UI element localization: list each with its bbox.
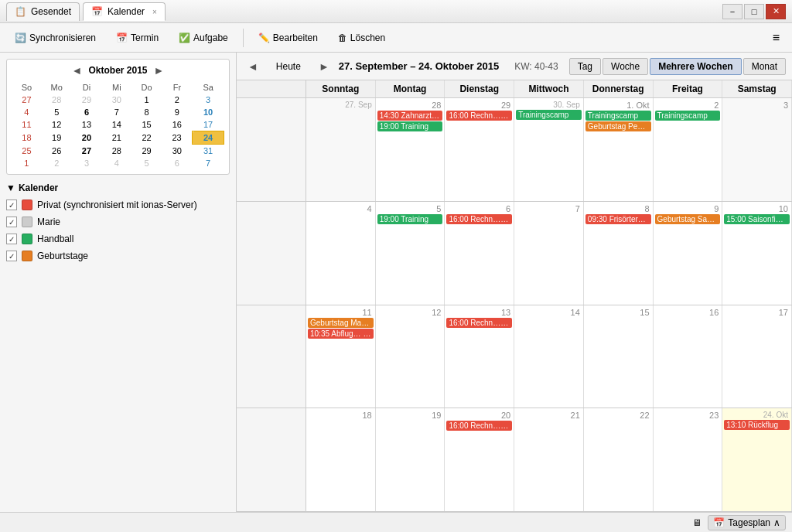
- mini-cal-day[interactable]: 7: [193, 157, 224, 169]
- mini-cal-day[interactable]: 9: [162, 106, 193, 118]
- mini-cal-day[interactable]: 17: [193, 118, 224, 131]
- mini-cal-day[interactable]: 12: [42, 118, 72, 131]
- calendar-day-cell[interactable]: 16: [654, 305, 723, 408]
- mini-cal-day[interactable]: 24: [193, 131, 224, 145]
- calendar-day-cell[interactable]: 1015:00 Saisonfin…: [722, 202, 792, 305]
- mini-cal-day[interactable]: 7: [101, 106, 131, 118]
- calendar-list-item[interactable]: Privat (synchronisiert mit ionas-Server): [6, 198, 230, 212]
- calendar-checkbox[interactable]: [6, 217, 17, 227]
- mini-cal-day[interactable]: 23: [162, 131, 193, 145]
- calendar-event[interactable]: Geburtstag Pe…: [585, 121, 651, 131]
- calendar-checkbox[interactable]: [6, 234, 17, 244]
- mini-cal-day[interactable]: 15: [131, 118, 162, 131]
- mini-cal-day[interactable]: 18: [12, 131, 42, 145]
- mini-cal-day[interactable]: 20: [72, 131, 102, 145]
- tagesplan-button[interactable]: 📅 Tagesplan ∧: [708, 515, 786, 530]
- mini-cal-day[interactable]: 27: [12, 94, 42, 106]
- calendar-day-cell[interactable]: 11Geburtstag Ma…10:35 Abflug… 🔔: [306, 305, 376, 408]
- mini-cal-day[interactable]: 29: [131, 145, 162, 158]
- mini-cal-day[interactable]: 22: [131, 131, 162, 145]
- view-button-monat[interactable]: Monat: [743, 58, 786, 75]
- calendar-event[interactable]: 19:00 Training: [377, 121, 443, 131]
- mini-cal-day[interactable]: 6: [72, 106, 102, 118]
- aufgabe-button[interactable]: ✅ Aufgabe: [170, 29, 237, 47]
- calendar-event[interactable]: 16:00 Rechn… 🔔: [446, 318, 512, 328]
- hamburger-menu-button[interactable]: ≡: [766, 28, 786, 48]
- calendar-day-cell[interactable]: 3: [722, 98, 792, 201]
- mini-cal-day[interactable]: 14: [101, 118, 131, 131]
- calendar-day-cell[interactable]: 15: [584, 305, 654, 408]
- calendar-checkbox[interactable]: [6, 200, 17, 210]
- mini-cal-day[interactable]: 5: [131, 157, 162, 169]
- calendar-day-cell[interactable]: 23: [654, 408, 723, 511]
- calendar-day-cell[interactable]: 30. SepTrainingscamp: [514, 98, 584, 201]
- mini-cal-day[interactable]: 29: [72, 94, 102, 106]
- calendar-event[interactable]: 16:00 Rechn… 🔔: [446, 111, 512, 121]
- calendar-event[interactable]: 14:30 Zahnarztt…: [377, 111, 443, 121]
- calendar-day-cell[interactable]: 4: [306, 202, 376, 305]
- calendar-event[interactable]: Geburtstag Sab…: [655, 214, 721, 224]
- sync-button[interactable]: 🔄 Synchronisieren: [6, 29, 104, 47]
- calendar-day-cell[interactable]: 2016:00 Rechn… 🔔: [445, 408, 514, 511]
- calendar-day-cell[interactable]: 22: [584, 408, 654, 511]
- calendar-day-cell[interactable]: 2814:30 Zahnarztt…19:00 Training: [376, 98, 446, 201]
- mini-cal-day[interactable]: 27: [72, 145, 102, 158]
- cal-prev-button[interactable]: ◄: [243, 59, 263, 74]
- calendar-day-cell[interactable]: 519:00 Training: [376, 202, 446, 305]
- termin-button[interactable]: 📅 Termin: [108, 29, 167, 47]
- calendar-event[interactable]: 13:10 Rückflug: [724, 420, 790, 430]
- mini-cal-day[interactable]: 30: [101, 94, 131, 106]
- view-button-woche[interactable]: Woche: [603, 58, 648, 75]
- mini-cal-prev-button[interactable]: ◄: [69, 64, 86, 77]
- calendar-event[interactable]: Trainingscamp: [516, 110, 582, 120]
- calendar-event[interactable]: 09:30 Frisörter…: [585, 214, 651, 224]
- loschen-button[interactable]: 🗑 Löschen: [329, 29, 394, 47]
- calendar-day-cell[interactable]: 809:30 Frisörter…: [584, 202, 654, 305]
- calendar-day-cell[interactable]: 9Geburtstag Sab…: [654, 202, 723, 305]
- cal-next-button[interactable]: ►: [314, 59, 334, 74]
- calendar-list-item[interactable]: Geburtstage: [6, 249, 230, 263]
- calendar-list-item[interactable]: Handball: [6, 232, 230, 246]
- mini-cal-day[interactable]: 28: [101, 145, 131, 158]
- mini-cal-day[interactable]: 28: [42, 94, 72, 106]
- tab-close-button[interactable]: ×: [152, 8, 157, 16]
- calendar-day-cell[interactable]: 1. OktTrainingscampGeburtstag Pe…: [584, 98, 654, 201]
- mini-cal-day[interactable]: 2: [42, 157, 72, 169]
- mini-cal-day[interactable]: 26: [42, 145, 72, 158]
- mini-cal-day[interactable]: 11: [12, 118, 42, 131]
- mini-cal-day[interactable]: 21: [101, 131, 131, 145]
- mini-cal-day[interactable]: 10: [193, 106, 224, 118]
- calendar-day-cell[interactable]: 27. Sep: [306, 98, 376, 201]
- calendar-event[interactable]: 16:00 Rechn… 🔔: [446, 421, 512, 431]
- calendar-day-cell[interactable]: 18: [306, 408, 376, 511]
- calendar-day-cell[interactable]: 12: [376, 305, 446, 408]
- calendar-event[interactable]: Trainingscamp: [655, 111, 721, 121]
- mini-cal-day[interactable]: 30: [162, 145, 193, 158]
- mini-cal-day[interactable]: 3: [72, 157, 102, 169]
- tab-gesendet[interactable]: 📋 Gesendet: [6, 2, 80, 21]
- mini-cal-next-button[interactable]: ►: [151, 64, 168, 77]
- mini-cal-day[interactable]: 5: [42, 106, 72, 118]
- mini-cal-day[interactable]: 16: [162, 118, 193, 131]
- mini-cal-day[interactable]: 6: [162, 157, 193, 169]
- calendar-event[interactable]: 15:00 Saisonfin…: [724, 214, 790, 224]
- mini-cal-day[interactable]: 2: [162, 94, 193, 106]
- calendar-day-cell[interactable]: 1316:00 Rechn… 🔔: [445, 305, 514, 408]
- mini-cal-day[interactable]: 3: [193, 94, 224, 106]
- calendar-checkbox[interactable]: [6, 251, 17, 261]
- calendar-day-cell[interactable]: 616:00 Rechn… 🔔: [445, 202, 514, 305]
- today-button[interactable]: Heute: [268, 57, 309, 76]
- close-button[interactable]: ✕: [766, 4, 786, 19]
- calendar-day-cell[interactable]: 2Trainingscamp: [654, 98, 723, 201]
- calendar-day-cell[interactable]: 19: [376, 408, 446, 511]
- tab-kalender[interactable]: 📅 Kalender ×: [83, 2, 166, 21]
- calendar-event[interactable]: 19:00 Training: [377, 214, 443, 224]
- calendar-list-item[interactable]: Marie: [6, 215, 230, 229]
- calendar-day-cell[interactable]: 24. Okt13:10 Rückflug: [722, 408, 792, 511]
- mini-cal-day[interactable]: 1: [131, 94, 162, 106]
- mini-cal-day[interactable]: 31: [193, 145, 224, 158]
- mini-cal-day[interactable]: 19: [42, 131, 72, 145]
- view-button-tag[interactable]: Tag: [569, 58, 601, 75]
- maximize-button[interactable]: □: [744, 4, 764, 19]
- calendar-event[interactable]: 10:35 Abflug… 🔔: [308, 329, 374, 339]
